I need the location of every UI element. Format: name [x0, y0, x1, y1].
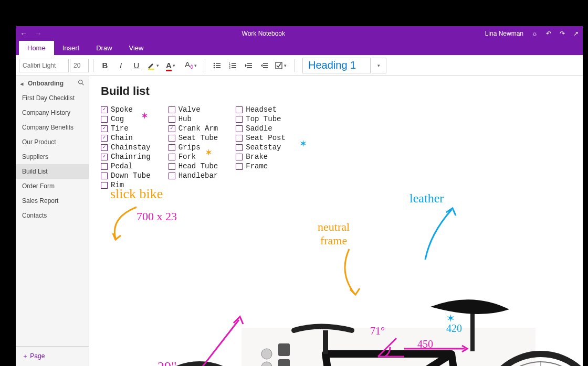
svg-rect-13 [247, 63, 252, 64]
checkbox-icon[interactable] [169, 116, 175, 123]
sidebar-page[interactable]: Company History [16, 105, 89, 120]
underline-button[interactable]: U [129, 58, 144, 73]
checkbox-icon[interactable]: ✓ [101, 135, 108, 142]
checkbox-icon[interactable] [101, 163, 108, 170]
checklist-item[interactable]: Seatstay [236, 143, 286, 152]
checklist-item[interactable]: Valve [169, 105, 218, 114]
italic-button[interactable]: I [113, 58, 128, 73]
user-name[interactable]: Lina Newman [485, 30, 523, 37]
checklist-item[interactable]: Seat Tube [169, 134, 218, 142]
checklist-item[interactable]: Head Tube [169, 162, 218, 170]
section-back-icon[interactable]: ◂ [20, 80, 24, 88]
checklist-item[interactable]: ✓Crank Arm [169, 124, 218, 133]
add-page-label: Page [30, 352, 45, 360]
sidebar-page[interactable]: Sales Report [16, 193, 89, 208]
note-canvas[interactable]: Build list ✓SpokeCog✓Tire✓Chain✓Chainsta… [89, 76, 583, 366]
checklist-item[interactable]: ✓Chainring [101, 153, 151, 161]
checklist-item[interactable]: Seat Post [236, 134, 286, 142]
tab-home[interactable]: Home [19, 41, 54, 55]
heading-style-dropdown[interactable]: ▾ [372, 58, 386, 73]
checkbox-icon[interactable] [169, 154, 175, 160]
checklist-item[interactable]: Pedal [101, 162, 151, 170]
checklist-label: Handlebar [178, 171, 218, 180]
checklist-label: Valve [178, 105, 201, 114]
lightbulb-icon[interactable]: ☼ [532, 30, 538, 37]
svg-rect-16 [263, 63, 268, 64]
share-icon[interactable]: ↗ [573, 30, 579, 37]
checklist-item[interactable]: ✓Tire [101, 124, 151, 133]
tab-insert[interactable]: Insert [54, 41, 88, 55]
section-name[interactable]: Onboarding [28, 80, 74, 87]
redo-icon[interactable]: ↷ [560, 30, 565, 37]
checkbox-icon[interactable] [236, 144, 243, 151]
checklist-item[interactable]: Frame [236, 162, 286, 170]
checkbox-icon[interactable] [169, 106, 175, 113]
font-color-button[interactable]: A ▾ [164, 58, 182, 73]
checkbox-icon[interactable] [169, 135, 175, 142]
checklist: ✓SpokeCog✓Tire✓Chain✓Chainstay✓Chainring… [101, 105, 571, 189]
sidebar-page[interactable]: Build List [16, 164, 89, 179]
bullets-button[interactable] [209, 58, 224, 73]
checkbox-icon[interactable] [236, 116, 243, 123]
checkbox-icon[interactable]: ✓ [101, 106, 108, 113]
checklist-item[interactable]: Hub [169, 115, 218, 123]
checklist-item[interactable]: ✓Chainstay [101, 143, 151, 152]
checkbox-icon[interactable] [169, 173, 175, 179]
outdent-button[interactable] [241, 58, 256, 73]
tab-view[interactable]: View [121, 41, 152, 55]
checkbox-icon[interactable] [101, 173, 108, 179]
svg-rect-19 [276, 62, 282, 69]
font-name-select[interactable]: Calibri Light [19, 59, 69, 72]
checkbox-icon[interactable] [236, 154, 243, 160]
highlight-button[interactable]: ▾ [145, 58, 163, 73]
search-icon[interactable] [78, 79, 85, 88]
ink-dimension-icon [155, 309, 260, 366]
back-arrow-icon[interactable]: ← [20, 30, 27, 37]
checkbox-icon[interactable]: ✓ [169, 125, 175, 132]
todo-tag-button[interactable]: ▾ [272, 58, 290, 73]
forward-arrow-icon[interactable]: → [35, 30, 42, 37]
sidebar-page[interactable]: Our Product [16, 135, 89, 149]
clear-format-button[interactable]: A◊ ▾ [183, 58, 201, 73]
checkbox-icon[interactable] [101, 116, 108, 123]
page-sidebar: ◂ Onboarding First Day ChecklistCompany … [16, 76, 89, 366]
checklist-item[interactable]: Top Tube [236, 115, 286, 123]
checklist-item[interactable]: ✓Chain [101, 134, 151, 142]
checkbox-icon[interactable]: ✓ [101, 154, 108, 160]
checklist-label: Seatstay [246, 143, 281, 152]
checkbox-icon[interactable] [236, 125, 243, 132]
checkbox-icon[interactable] [169, 163, 175, 170]
checkbox-icon[interactable] [236, 163, 243, 170]
heading-style-select[interactable]: Heading 1 [302, 58, 371, 73]
bold-button[interactable]: B [98, 58, 112, 73]
checkbox-icon[interactable]: ✓ [101, 144, 108, 151]
add-page-button[interactable]: ＋ Page [16, 346, 89, 366]
ink-annotation: leather [410, 191, 444, 206]
checklist-label: Seat Post [246, 134, 286, 142]
window-title: Work Notebook [42, 30, 485, 37]
checkbox-icon[interactable]: ✓ [101, 125, 108, 132]
tab-draw[interactable]: Draw [88, 41, 120, 55]
numbering-button[interactable]: 123 [225, 58, 240, 73]
checkbox-icon[interactable] [236, 106, 243, 113]
checklist-label: Chain [111, 134, 133, 142]
sidebar-page[interactable]: Order Form [16, 179, 89, 193]
page-title[interactable]: Build list [101, 84, 571, 98]
sidebar-page[interactable]: Suppliers [16, 149, 89, 164]
sidebar-page[interactable]: Contacts [16, 208, 89, 223]
sidebar-page[interactable]: First Day Checklist [16, 91, 89, 105]
checklist-item[interactable]: Headset [236, 105, 286, 114]
checklist-item[interactable]: Down Tube [101, 171, 151, 180]
font-size-select[interactable]: 20 [70, 59, 89, 72]
checkbox-icon[interactable] [169, 144, 175, 151]
checklist-label: Chainstay [111, 143, 151, 152]
ink-star-icon: ✶ [446, 312, 455, 325]
checkbox-icon[interactable] [236, 135, 243, 142]
undo-icon[interactable]: ↶ [546, 30, 551, 37]
sidebar-page[interactable]: Company Benefits [16, 120, 89, 135]
checklist-label: Spoke [111, 105, 133, 114]
checklist-item[interactable]: Saddle [236, 124, 286, 133]
indent-button[interactable] [257, 58, 271, 73]
checklist-item[interactable]: Brake [236, 153, 286, 161]
checklist-item[interactable]: Handlebar [169, 171, 218, 180]
